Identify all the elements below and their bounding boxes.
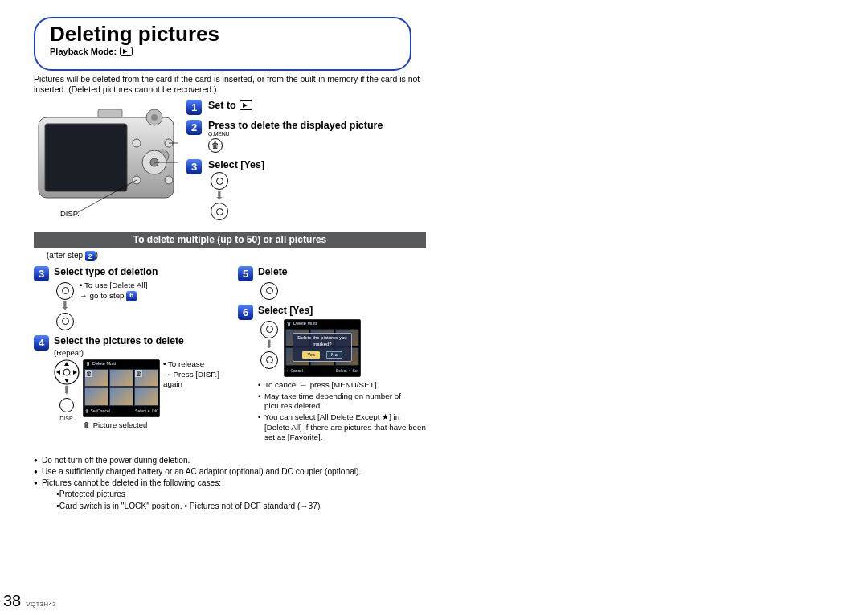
note-delete-all: • To use [Delete All]	[80, 281, 147, 291]
svg-marker-22	[73, 370, 77, 375]
step-3b-notes: • To use [Delete All] → go to step 6	[80, 281, 147, 301]
right-column: 5 Delete 6 Select [Yes] ⬇	[238, 266, 426, 447]
step-2-body: Press to delete the displayed picture Q.…	[208, 120, 383, 154]
svg-marker-16	[243, 103, 248, 108]
bullet-cannot-delete: Pictures cannot be deleted in the follow…	[34, 478, 426, 512]
note-favorite: You can select [All Delete Except ★] in …	[258, 412, 426, 443]
playback-mode-label: Playback Mode:	[50, 47, 117, 56]
confirm-dialog: Delete the pictures you marked? Yes No	[293, 333, 352, 362]
dpad-center-icon	[211, 203, 228, 220]
dialog-no: No	[326, 351, 342, 359]
svg-rect-2	[45, 124, 127, 191]
playback-mode-icon	[120, 47, 133, 56]
step-5-title: Delete	[258, 266, 288, 277]
upper-section: DISP. 1 Set to 2 Press to delete the dis…	[34, 100, 426, 222]
lcd-screenshot-confirm: 🗑Delete Multi Delete the pictures you ma…	[284, 319, 361, 377]
dpad-center-icon	[56, 313, 74, 330]
subbullet-lock: Card switch is in "LOCK" position. • Pic…	[48, 500, 426, 512]
disp-callout: DISP.	[60, 209, 80, 218]
dpad-group: ⬇ DISP.	[54, 359, 80, 422]
step-3: 3 Select [Yes] ⬇	[186, 159, 426, 222]
lcd-screenshot-multi: 🗑Delete Multi 🗑 Set/Cancel Select ✦ OK	[83, 359, 160, 417]
svg-marker-20	[64, 379, 69, 383]
step-number-4: 4	[34, 335, 49, 351]
dpad-up-icon	[211, 172, 228, 190]
trash-button: 🗑	[208, 138, 223, 153]
svg-point-5	[151, 114, 158, 121]
dpad-icon	[56, 282, 74, 300]
svg-point-9	[133, 139, 141, 147]
svg-rect-3	[98, 109, 122, 117]
step-number-3b: 3	[34, 266, 49, 281]
manual-page: Deleting pictures Playback Mode: Picture…	[0, 0, 450, 615]
step-number-5: 5	[238, 266, 253, 281]
step-1: 1 Set to	[186, 100, 426, 115]
dpad-icon	[260, 321, 278, 338]
camera-svg	[34, 100, 178, 220]
step-2-title: Press to delete the displayed picture	[208, 120, 383, 131]
step-6: 6 Select [Yes] ⬇ 🗑Delete Multi	[238, 305, 426, 444]
qmenu-trash-button: Q.MENU 🗑	[208, 131, 383, 154]
step-6-notes: To cancel → press [MENU/SET]. May take t…	[258, 380, 426, 443]
nav-sequence: ⬇	[208, 170, 231, 222]
picture-selected-caption: 🗑 Picture selected	[83, 420, 160, 430]
after-step-note: (after step 2)	[47, 251, 426, 261]
section-header: To delete multiple (up to 50) or all pic…	[34, 232, 426, 248]
step-2: 2 Press to delete the displayed picture …	[186, 120, 426, 154]
step-5: 5 Delete	[238, 266, 426, 301]
inline-step-2: 2	[85, 251, 96, 261]
bullet-power: Do not turn off the power during deletio…	[34, 455, 426, 466]
camera-illustration: DISP.	[34, 100, 178, 220]
steps-column: 1 Set to 2 Press to delete the displayed…	[186, 100, 426, 222]
dpad-icon	[54, 359, 80, 385]
page-title: Deleting pictures	[50, 22, 395, 47]
page-footer: 38 VQT3H43	[3, 592, 56, 610]
dialog-yes: Yes	[302, 351, 320, 359]
footer-bullets: Do not turn off the power during deletio…	[34, 455, 426, 512]
svg-marker-0	[123, 49, 128, 54]
step-3b: 3 Select type of deletion ⬇ • To use [De…	[34, 266, 222, 332]
bullet-battery: Use a sufficiently charged battery or an…	[34, 466, 426, 478]
step-number-1: 1	[186, 100, 202, 115]
release-note: • To release → Press [DISP.] again	[163, 359, 222, 390]
note-goto-step: → go to step 6	[80, 291, 147, 301]
sub-bullets: Protected pictures Card switch is in "LO…	[48, 488, 426, 512]
title-container: Deleting pictures Playback Mode:	[34, 17, 411, 71]
disp-button-icon	[59, 398, 74, 412]
step-4: 4 Select the pictures to delete (Repeat)	[34, 335, 222, 431]
step-number-2: 2	[186, 120, 202, 135]
dpad-center-icon	[260, 282, 278, 300]
note-time: May take time depending on number of pic…	[258, 392, 426, 412]
note-cancel: To cancel → press [MENU/SET].	[258, 380, 426, 391]
svg-marker-19	[64, 362, 69, 366]
step-1-title: Set to	[208, 100, 252, 111]
step-4-repeat: (Repeat)	[54, 348, 222, 358]
lower-section: 3 Select type of deletion ⬇ • To use [De…	[34, 266, 426, 447]
intro-text: Pictures will be deleted from the card i…	[34, 74, 426, 95]
subbullet-protected: Protected pictures	[48, 488, 426, 500]
svg-point-18	[63, 369, 70, 375]
left-column: 3 Select type of deletion ⬇ • To use [De…	[34, 266, 222, 447]
nav-sequence-3b: ⬇	[54, 281, 76, 332]
disp-tiny-label: DISP.	[59, 415, 73, 422]
arrow-down-icon: ⬇	[60, 302, 70, 310]
step-6-title: Select [Yes]	[258, 305, 313, 316]
dpad-center-icon	[260, 351, 278, 369]
svg-point-12	[165, 176, 173, 184]
step-3-body: Select [Yes] ⬇	[208, 159, 264, 222]
step-3-title: Select [Yes]	[208, 159, 264, 170]
trash-icon: 🗑	[211, 141, 219, 150]
dialog-text: Delete the pictures you marked?	[295, 335, 350, 348]
playback-icon	[240, 100, 252, 110]
svg-marker-21	[56, 370, 60, 375]
doc-code: VQT3H43	[26, 601, 56, 608]
qmenu-label: Q.MENU	[208, 131, 229, 137]
page-number: 38	[3, 592, 21, 610]
arrow-down-icon: ⬇	[264, 341, 274, 349]
step-number-3: 3	[186, 159, 202, 174]
step-4-title: Select the pictures to delete	[54, 335, 184, 346]
arrow-down-icon: ⬇	[62, 387, 72, 395]
arrow-down-icon: ⬇	[215, 192, 224, 200]
step-3b-title: Select type of deletion	[54, 266, 158, 277]
step-number-6: 6	[238, 305, 253, 320]
